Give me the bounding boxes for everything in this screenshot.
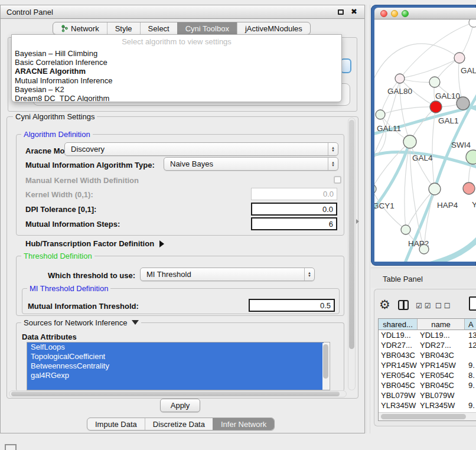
- table-cell: YPR145W: [381, 360, 417, 370]
- network-canvas[interactable]: GALGAL80GAL10GAL1GAL11GAL4SWI4GCY1HAP4YH…: [374, 19, 476, 262]
- table-cell: YER054C: [420, 370, 454, 380]
- minimize-traffic-light-icon[interactable]: [391, 10, 398, 17]
- apply-button[interactable]: Apply: [160, 399, 200, 412]
- which-threshold-combo[interactable]: MI Threshold ▲▼: [140, 268, 315, 281]
- network-node-gal[interactable]: [454, 53, 465, 63]
- data-attributes-label: Data Attributes: [22, 332, 77, 341]
- tab-select[interactable]: Select: [140, 22, 177, 34]
- column-header[interactable]: A: [465, 319, 476, 330]
- table-row[interactable]: YDL19...YDL19...13: [379, 330, 476, 340]
- split-columns-icon[interactable]: [398, 300, 409, 310]
- control-panel: Control Panel ✖ NetworkStyleSelectCyni T…: [0, 5, 365, 433]
- file-icon[interactable]: [469, 296, 476, 311]
- column-header[interactable]: name: [418, 319, 465, 330]
- tab-infer-network[interactable]: Infer Network: [213, 418, 274, 430]
- control-panel-titlebar: Control Panel ✖: [1, 5, 364, 19]
- network-window-titlebar[interactable]: [374, 8, 476, 19]
- mi-threshold-field[interactable]: [249, 299, 335, 312]
- network-edge: [432, 107, 436, 189]
- settings-horizontal-scrollbar[interactable]: [9, 390, 347, 397]
- algorithm-dropdown-popup: Select algorithm to view settings Bayesi…: [11, 34, 342, 102]
- panel-divider[interactable]: [366, 5, 366, 433]
- tab-network[interactable]: Network: [53, 22, 107, 34]
- network-node[interactable]: [469, 19, 476, 27]
- gear-icon[interactable]: ⚙: [379, 298, 390, 312]
- zoom-traffic-light-icon[interactable]: [402, 10, 409, 17]
- table-row[interactable]: YBR045CYBR045C9.: [379, 380, 476, 390]
- table-row[interactable]: YLR345WYLR345W9.: [379, 400, 476, 410]
- which-threshold-value: MI Threshold: [141, 270, 304, 279]
- mi-threshold-definition-title: MI Threshold Definition: [27, 284, 110, 293]
- manual-kernel-checkbox[interactable]: [334, 176, 341, 184]
- table-row[interactable]: YDR27...YDR27...12: [379, 340, 476, 350]
- tab-style[interactable]: Style: [107, 22, 140, 34]
- network-node-y[interactable]: [463, 182, 475, 194]
- attributes-scrollbar[interactable]: [322, 343, 329, 390]
- network-node-label: GAL1: [438, 116, 459, 125]
- tab-cyni-toolbox[interactable]: Cyni Toolbox: [177, 22, 237, 34]
- network-view-window[interactable]: GALGAL80GAL10GAL1GAL11GAL4SWI4GCY1HAP4YH…: [371, 5, 476, 266]
- network-node-label: GAL4: [412, 154, 433, 162]
- table-cell: YBL079W: [420, 390, 455, 400]
- network-node-hap4[interactable]: [429, 183, 441, 195]
- checked-pair-icon[interactable]: ☑☑: [416, 302, 432, 310]
- hub-definition-expander[interactable]: Hub/Transcription Factor Definition: [25, 238, 164, 249]
- attribute-item[interactable]: TopologicalCoefficient: [27, 352, 324, 361]
- settings-vertical-scrollbar[interactable]: [348, 118, 356, 390]
- manual-kernel-label: Manual Kernel Width Definition: [25, 176, 139, 185]
- table-row[interactable]: YER054CYER054C8.: [379, 370, 476, 380]
- node-table[interactable]: shared...nameA YDL19...YDL19...13YDR27..…: [378, 318, 476, 421]
- dpi-tolerance-field[interactable]: [251, 203, 337, 216]
- network-node-gal4[interactable]: [403, 135, 416, 148]
- network-node-gcy1[interactable]: [374, 184, 376, 194]
- float-window-icon[interactable]: [338, 9, 344, 15]
- table-cell: YDR27...: [381, 340, 412, 350]
- close-traffic-light-icon[interactable]: [380, 10, 387, 17]
- kernel-width-field[interactable]: [251, 188, 337, 200]
- cyni-algorithm-settings-title: Cyni Algorithm Settings: [13, 112, 97, 121]
- algorithm-option[interactable]: Mutual Information Inference: [12, 76, 341, 85]
- network-node-hap2[interactable]: [401, 225, 410, 234]
- column-header[interactable]: shared...: [379, 319, 418, 330]
- attribute-item[interactable]: SelfLoops: [27, 343, 324, 352]
- network-node-swi4[interactable]: [466, 150, 476, 164]
- app-root: Control Panel ✖ NetworkStyleSelectCyni T…: [0, 0, 476, 450]
- network-node-gal1[interactable]: [430, 101, 442, 113]
- tab-discretize-data[interactable]: Discretize Data: [145, 418, 213, 430]
- close-icon[interactable]: ✖: [351, 7, 357, 16]
- mi-algorithm-type-combo[interactable]: Naive Bayes ▲▼: [164, 157, 338, 171]
- network-node[interactable]: [457, 97, 470, 110]
- attribute-item[interactable]: [27, 380, 324, 390]
- table-row[interactable]: YPR145WYPR145W9.: [379, 360, 476, 370]
- network-node-gal80[interactable]: [395, 74, 405, 83]
- network-node-gal10[interactable]: [429, 77, 440, 87]
- algorithm-option[interactable]: Dream8 DC_TDC Algorithm: [12, 94, 341, 102]
- network-node[interactable]: [419, 244, 429, 254]
- network-node-label: GAL10: [435, 92, 460, 100]
- mi-steps-field[interactable]: [251, 217, 337, 230]
- minimized-panel-icon[interactable]: [5, 444, 17, 450]
- table-row[interactable]: YBL079WYBL079W: [379, 390, 476, 400]
- split-pane-handle-icon[interactable]: [356, 219, 359, 224]
- table-row[interactable]: YBR043CYBR043C: [379, 350, 476, 360]
- attribute-item[interactable]: gal4RGexp: [27, 371, 324, 380]
- kernel-width-label: Kernel Width (0,1):: [25, 190, 93, 199]
- algorithm-dropdown-items: Bayesian – Hill ClimbingBasic Correlatio…: [12, 49, 341, 102]
- network-node-label: GAL: [461, 66, 476, 75]
- attribute-item[interactable]: BetweennessCentrality: [27, 361, 324, 371]
- table-cell: YDL19...: [420, 330, 450, 340]
- algorithm-option[interactable]: Basic Correlation Inference: [12, 58, 341, 67]
- algorithm-option[interactable]: ARACNE Algorithm: [12, 67, 341, 76]
- aracne-mode-combo[interactable]: Discovery ▲▼: [64, 142, 338, 156]
- table-horizontal-scrollbar[interactable]: [379, 412, 476, 420]
- algorithm-option[interactable]: Bayesian – Hill Climbing: [12, 49, 341, 58]
- algorithm-option[interactable]: Bayesian – K2: [12, 85, 341, 94]
- data-attributes-list[interactable]: SelfLoopsTopologicalCoefficientBetweenne…: [27, 342, 330, 390]
- network-icon: [61, 25, 68, 32]
- tab-impute-data[interactable]: Impute Data: [87, 418, 145, 430]
- network-node-gal11[interactable]: [376, 110, 385, 119]
- table-cell: YPR145W: [420, 360, 456, 370]
- table-cell: 8.: [468, 370, 475, 380]
- tab-jactivemnodules[interactable]: jActiveMNodules: [237, 22, 310, 34]
- unchecked-pair-icon[interactable]: ☐☐: [435, 302, 451, 310]
